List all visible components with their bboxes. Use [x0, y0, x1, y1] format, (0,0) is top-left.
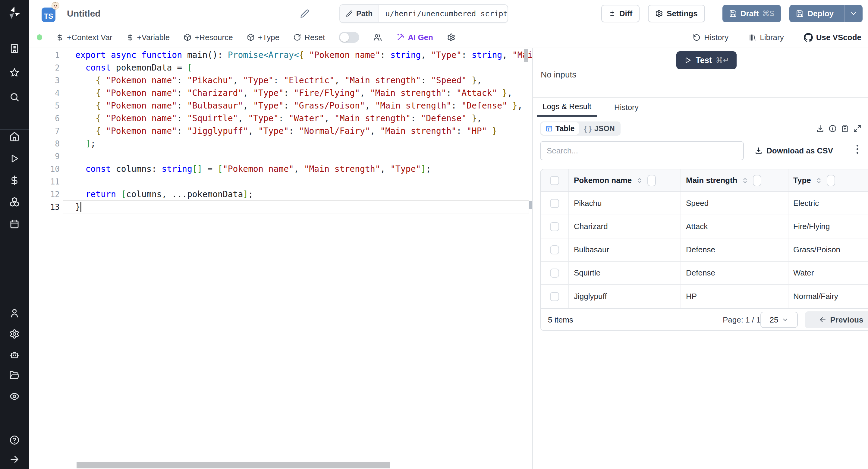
header-checkbox-cell	[541, 169, 568, 191]
sidebar-item-runs[interactable]	[0, 153, 29, 164]
column-filter-pill[interactable]	[827, 175, 835, 186]
sidebar-rail	[0, 0, 29, 469]
add-type-button[interactable]: +Type	[247, 33, 280, 42]
code-line[interactable]: const columns: string[] = ["Pokemon name…	[75, 163, 431, 176]
code-line[interactable]: export async function main(): Promise<Ar…	[75, 49, 532, 61]
test-button[interactable]: Test ⌘↵	[676, 51, 737, 69]
sidebar-item-settings[interactable]	[0, 329, 29, 339]
library-button[interactable]: Library	[748, 33, 784, 42]
tab-history[interactable]: History	[609, 98, 644, 117]
row-checkbox[interactable]	[550, 199, 559, 208]
draft-button[interactable]: Draft ⌘S	[722, 5, 781, 22]
deploy-dropdown[interactable]	[844, 5, 863, 22]
sort-icon[interactable]	[741, 177, 749, 184]
code-line[interactable]: return [columns, ...pokemonData];	[75, 188, 253, 201]
multiplayer-button[interactable]	[373, 33, 382, 42]
expand-icon[interactable]	[853, 124, 861, 133]
editor-toolbar: +Context Var +Variable +Resource +Type R…	[29, 27, 868, 48]
code-line[interactable]: { "Pokemon name": "Squirtle", "Type": "W…	[75, 112, 482, 125]
arrow-right-icon	[9, 454, 20, 465]
download-csv-button[interactable]: Download as CSV	[755, 141, 833, 160]
history-label: History	[704, 33, 728, 42]
edit-title-button[interactable]	[300, 9, 309, 18]
code-line[interactable]: const pokemonData = [	[75, 61, 192, 74]
horizontal-scrollbar[interactable]	[76, 462, 390, 468]
add-context-var-button[interactable]: +Context Var	[56, 33, 113, 42]
code-token: "Pokemon name"	[106, 126, 177, 136]
sidebar-item-resources[interactable]	[0, 197, 29, 207]
code-token	[75, 113, 96, 123]
row-checkbox[interactable]	[550, 245, 559, 254]
sidebar-item-workspace[interactable]	[0, 43, 29, 54]
deploy-main[interactable]: Deploy	[789, 5, 840, 22]
diff-mode-toggle[interactable]	[339, 32, 359, 43]
diff-button[interactable]: Diff	[601, 5, 640, 22]
row-checkbox[interactable]	[550, 269, 559, 278]
code-line[interactable]: { "Pokemon name": "Bulbasaur", "Type": "…	[75, 99, 523, 112]
row-checkbox[interactable]	[550, 292, 559, 301]
header-main-strength[interactable]: Main strength	[681, 169, 788, 191]
clipboard-copy-icon[interactable]	[841, 124, 849, 133]
page-size-select[interactable]: 25	[761, 312, 798, 328]
user-icon	[9, 308, 20, 318]
sidebar-item-variables[interactable]	[0, 175, 29, 185]
download-csv-label: Download as CSV	[767, 146, 833, 156]
tab-logs-result[interactable]: Logs & Result	[537, 98, 597, 117]
search-input[interactable]	[540, 141, 744, 160]
code-line[interactable]: { "Pokemon name": "Pikachu", "Type": "El…	[75, 74, 482, 87]
code-token: :	[380, 50, 391, 60]
download-icon[interactable]	[816, 124, 824, 133]
previous-page-button[interactable]: Previous	[805, 311, 868, 328]
code-line[interactable]: { "Pokemon name": "Charizard", "Type": "…	[75, 87, 513, 99]
info-icon[interactable]	[829, 124, 837, 133]
more-options-button[interactable]	[857, 145, 859, 154]
code-token: "Grass/Poison"	[294, 101, 365, 111]
reset-button[interactable]: Reset	[293, 33, 325, 42]
settings-label: Settings	[667, 9, 698, 19]
sort-icon[interactable]	[815, 177, 823, 184]
header-type[interactable]: Type	[788, 169, 868, 191]
vertical-scrollbar[interactable]	[524, 49, 528, 62]
windmill-logo[interactable]	[0, 6, 29, 19]
sidebar-item-search[interactable]	[0, 92, 29, 102]
code-token: :	[456, 126, 467, 136]
sidebar-item-schedules[interactable]	[0, 219, 29, 229]
save-icon	[796, 10, 804, 18]
sidebar-item-favorites[interactable]	[0, 67, 29, 78]
history-button[interactable]: History	[692, 33, 728, 42]
sidebar-item-workers[interactable]	[0, 350, 29, 360]
code-line[interactable]: }	[75, 201, 81, 213]
deploy-button[interactable]: Deploy	[789, 5, 863, 22]
path-value[interactable]: u/henri/unencumbered_script	[379, 5, 508, 22]
view-table-button[interactable]: Table	[541, 122, 579, 135]
ai-gen-button[interactable]: AI Gen	[396, 33, 433, 42]
code-token: ,	[238, 113, 248, 123]
sidebar-item-account[interactable]	[0, 308, 29, 318]
code-token: "HP"	[467, 126, 487, 136]
sidebar-item-home[interactable]	[0, 131, 29, 142]
header-pokemon-name[interactable]: Pokemon name	[568, 169, 681, 191]
chevron-down-icon	[849, 10, 858, 18]
select-all-checkbox[interactable]	[550, 176, 559, 185]
row-checkbox[interactable]	[550, 222, 559, 231]
settings-button[interactable]: Settings	[648, 5, 705, 22]
page-size-value: 25	[770, 315, 778, 324]
code-token: "Type"	[253, 88, 284, 98]
column-filter-pill[interactable]	[753, 175, 761, 186]
sort-icon[interactable]	[636, 177, 644, 184]
add-variable-button[interactable]: +Variable	[126, 33, 170, 42]
sidebar-expand[interactable]	[0, 454, 29, 465]
column-filter-pill[interactable]	[647, 175, 656, 186]
add-resource-button[interactable]: +Resource	[184, 33, 233, 42]
view-json-button[interactable]: { } JSON	[579, 124, 619, 133]
use-vscode-button[interactable]: Use VScode	[804, 33, 861, 42]
path-field[interactable]: Path u/henri/unencumbered_script	[339, 4, 508, 23]
editor-settings-button[interactable]	[447, 33, 456, 41]
code-line[interactable]: { "Pokemon name": "Jigglypuff", "Type": …	[75, 125, 497, 137]
code-token: ,	[243, 101, 253, 111]
sidebar-item-folders[interactable]	[0, 370, 29, 380]
code-editor[interactable]: 12345678910111213 export async function …	[29, 48, 532, 469]
code-line[interactable]: ];	[75, 137, 96, 150]
sidebar-item-help[interactable]	[0, 435, 29, 445]
sidebar-item-audit[interactable]	[0, 391, 29, 402]
